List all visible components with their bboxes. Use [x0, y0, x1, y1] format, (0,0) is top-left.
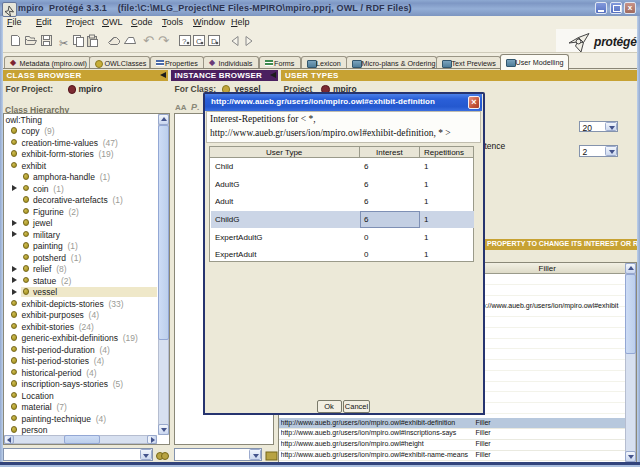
- svg-text:C: C: [196, 37, 202, 46]
- svg-text:?: ?: [182, 37, 187, 46]
- svg-text:D: D: [211, 37, 217, 46]
